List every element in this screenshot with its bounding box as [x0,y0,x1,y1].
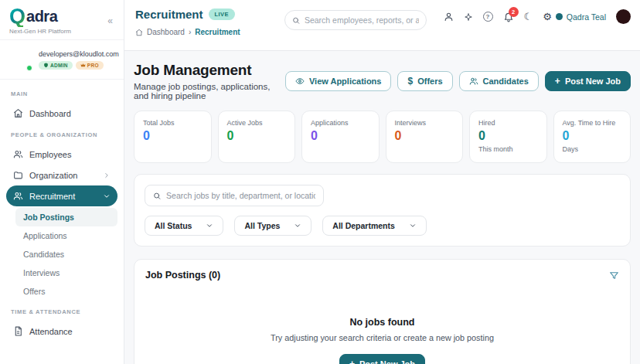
search-icon [153,192,161,200]
jobs-search[interactable] [145,185,324,206]
sidebar-item-recruitment[interactable]: Recruitment [6,185,117,206]
job-postings-title: Job Postings (0) [145,270,220,281]
main-content: Job Management Manage job postings, appl… [124,51,640,364]
sidebar-item-label: Attendance [29,327,73,336]
help-button[interactable]: ? [483,12,493,22]
plus-icon: + [555,77,560,86]
breadcrumb-current: Recruitment [195,28,240,36]
stat-card-active-jobs: Active Jobs 0 [218,111,296,163]
user-avatar-button[interactable] [616,9,631,24]
status-filter-dropdown[interactable]: All Status [145,216,223,236]
brand-name: adra [26,8,57,26]
global-search[interactable] [284,10,427,30]
chevron-down-icon [294,222,301,230]
theme-color-dot [556,13,563,20]
theme-toggle-button[interactable]: ☾ [524,12,533,22]
crown-icon [80,63,86,68]
profile-shortcut-button[interactable] [444,12,454,22]
page-subtitle: Manage job postings, applications, and h… [134,82,285,100]
home-icon [135,29,143,36]
sidebar-item-organization[interactable]: Organization [6,165,117,185]
notification-count-badge: 2 [509,7,519,17]
chevron-down-icon [103,192,111,200]
user-profile-card[interactable]: developers@kloudlot.com ADMIN PRO [0,40,124,80]
sidebar-item-employees[interactable]: Employees [6,144,117,165]
sidebar-item-attendance[interactable]: Attendance [6,321,117,342]
department-filter-dropdown[interactable]: All Departments [322,216,427,236]
eye-icon [295,77,305,86]
view-applications-button[interactable]: View Applications [285,71,392,91]
empty-state-title: No jobs found [134,317,630,328]
online-status-dot [26,65,32,71]
filter-funnel-icon[interactable] [609,270,619,281]
brand-logo: Q adra [9,6,71,27]
post-new-job-button[interactable]: + Post New Job [545,71,631,91]
sidebar-subitem-job-postings[interactable]: Job Postings [15,208,117,226]
type-filter-dropdown[interactable]: All Types [234,216,311,236]
question-icon: ? [483,12,493,22]
breadcrumb-dashboard[interactable]: Dashboard [147,28,185,36]
section-label-main: MAIN [11,90,113,97]
sidebar: Q adra Next-Gen HR Platform « developers… [0,0,124,364]
empty-state-message: Try adjusting your search criteria or cr… [134,333,630,342]
document-icon [13,326,23,336]
stat-card-interviews: Interviews 0 [386,111,464,163]
offers-button[interactable]: $ Offers [397,71,452,91]
sparkle-icon [464,12,473,22]
users-icon [469,77,478,86]
sidebar-subitem-interviews[interactable]: Interviews [15,264,117,282]
chevron-right-icon [103,172,111,179]
users-icon [13,149,23,159]
stat-card-total-jobs: Total Jobs 0 [134,111,212,163]
page-title: Job Management [134,62,285,79]
stat-card-avg-time-to-hire: Avg. Time to Hire 0 Days [553,111,631,163]
users-icon [13,191,23,201]
person-icon [444,12,454,22]
empty-post-new-job-button[interactable]: + Post New Job [339,354,425,364]
sidebar-subitem-candidates[interactable]: Candidates [15,245,117,264]
breadcrumb-separator: › [189,28,191,36]
notifications-button[interactable]: 2 [503,12,514,22]
chevron-down-icon [206,222,213,230]
stats-row: Total Jobs 0 Active Jobs 0 Applications … [134,111,631,163]
brand-header: Q adra Next-Gen HR Platform « [0,0,124,40]
section-label-time: TIME & ATTENDANCE [11,308,113,315]
brand-tagline: Next-Gen HR Platform [9,28,71,35]
sidebar-collapse-button[interactable]: « [106,14,114,28]
sidebar-subitem-offers[interactable]: Offers [15,282,117,301]
stat-card-applications: Applications 0 [301,111,380,163]
chevron-down-icon [409,222,417,230]
admin-badge: ADMIN [39,61,73,70]
search-icon [292,16,300,25]
sidebar-item-label: Organization [29,171,77,180]
gear-icon: ⚙ [543,12,552,22]
sidebar-item-dashboard[interactable]: Dashboard [6,103,117,124]
module-title: Recruitment [135,8,203,21]
shield-icon [43,63,49,68]
topbar: Recruitment LIVE Dashboard › Recruitment… [124,0,640,51]
sidebar-nav: MAIN Dashboard PEOPLE & ORGANIZATION Emp… [0,80,124,364]
ai-assistant-button[interactable] [464,12,473,22]
sidebar-subitem-applications[interactable]: Applications [15,226,117,245]
filter-card: All Status All Types All Departments [134,174,631,247]
section-label-people: PEOPLE & ORGANIZATION [11,131,113,138]
user-email: developers@kloudlot.com [39,50,119,58]
theme-selector[interactable]: ⚙ Qadra Teal [543,12,606,22]
candidates-button[interactable]: Candidates [459,71,539,91]
stat-card-hired: Hired 0 This month [469,111,547,163]
moon-icon: ☾ [524,12,533,22]
jobs-search-input[interactable] [166,191,315,200]
sidebar-item-label: Recruitment [29,192,75,201]
pro-badge: PRO [76,61,104,70]
plus-icon: + [349,359,355,364]
theme-name: Qadra Teal [567,12,606,22]
sidebar-item-label: Employees [29,150,71,159]
dollar-icon: $ [407,77,413,86]
home-icon [13,108,23,118]
folder-icon [13,170,23,180]
global-search-input[interactable] [305,15,419,25]
recruitment-subnav: Job Postings Applications Candidates Int… [15,208,117,301]
job-postings-panel: Job Postings (0) No jobs found Try adjus… [134,259,631,364]
sidebar-item-label: Dashboard [29,109,71,118]
empty-state: No jobs found Try adjusting your search … [134,291,630,364]
